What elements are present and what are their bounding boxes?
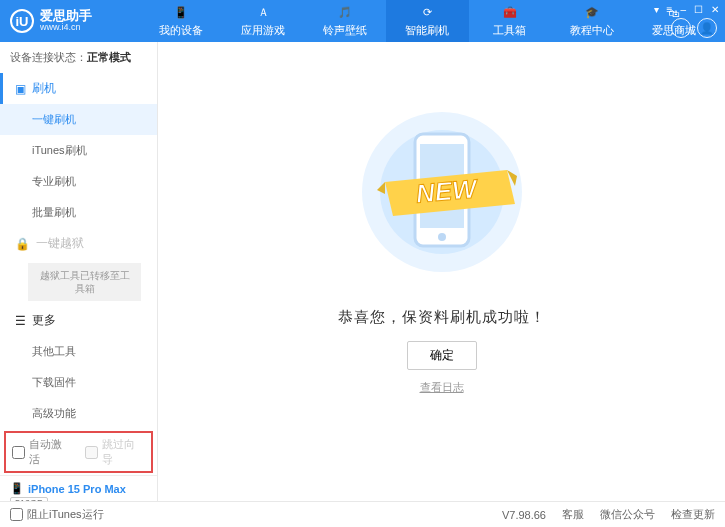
section-flash-label: 刷机 [32,80,56,97]
device-info: 📱 iPhone 15 Pro Max 512GB iPhone [0,475,157,501]
nav-label: 我的设备 [159,23,203,38]
nav-label: 应用游戏 [241,23,285,38]
device-name: iPhone 15 Pro Max [28,483,126,495]
ok-button[interactable]: 确定 [407,341,477,370]
footer-link-support[interactable]: 客服 [562,507,584,522]
phone-icon: 📱 [10,482,24,495]
nav-label: 铃声壁纸 [323,23,367,38]
conn-label: 设备连接状态： [10,51,87,63]
nav-label: 工具箱 [493,23,526,38]
connection-status: 设备连接状态：正常模式 [0,42,157,73]
nav-device[interactable]: 📱我的设备 [140,0,222,42]
nav-tool[interactable]: 🧰工具箱 [469,0,551,42]
sidebar-item[interactable]: iTunes刷机 [0,135,157,166]
pin-icon[interactable]: ▾ [654,4,659,15]
user-controls: ↓ 👤 [671,18,717,38]
device-name-row: 📱 iPhone 15 Pro Max [10,482,147,495]
view-log-link[interactable]: 查看日志 [420,380,464,395]
nav-ring[interactable]: 🎵铃声壁纸 [304,0,386,42]
tool-icon: 🧰 [502,5,518,21]
sidebar-item[interactable]: 一键刷机 [0,104,157,135]
sidebar-item[interactable]: 批量刷机 [0,197,157,228]
footer-link-wechat[interactable]: 微信公众号 [600,507,655,522]
sidebar-item[interactable]: 高级功能 [0,398,157,429]
sidebar-item[interactable]: 下载固件 [0,367,157,398]
skip-guide-label: 跳过向导 [102,437,146,467]
svg-point-4 [438,233,446,241]
lock-icon: 🔒 [15,237,30,251]
success-message: 恭喜您，保资料刷机成功啦！ [338,308,546,327]
section-jailbreak: 🔒 一键越狱 [0,228,157,259]
block-itunes-checkbox[interactable]: 阻止iTunes运行 [10,507,104,522]
user-icon[interactable]: 👤 [697,18,717,38]
minimize-icon[interactable]: – [680,4,686,15]
header-bar: iU 爱思助手 www.i4.cn 📱我的设备Ａ应用游戏🎵铃声壁纸⟳智能刷机🧰工… [0,0,725,42]
close-icon[interactable]: ✕ [711,4,719,15]
success-illustration: NEW [357,92,527,292]
version-label: V7.98.66 [502,509,546,521]
main-content: NEW 恭喜您，保资料刷机成功啦！ 确定 查看日志 [158,42,725,501]
footer-link-update[interactable]: 检查更新 [671,507,715,522]
maximize-icon[interactable]: ☐ [694,4,703,15]
sidebar: 设备连接状态：正常模式 ▣ 刷机 一键刷机iTunes刷机专业刷机批量刷机 🔒 … [0,42,158,501]
app-name: 爱思助手 [40,9,92,23]
sidebar-item[interactable]: 其他工具 [0,336,157,367]
app-url: www.i4.cn [40,23,92,33]
flash-icon: ⟳ [419,5,435,21]
option-checks: 自动激活 跳过向导 [4,431,153,473]
nav-label: 教程中心 [570,23,614,38]
jailbreak-note: 越狱工具已转移至工具箱 [28,263,141,301]
menu-icon[interactable]: ≡ [667,4,673,15]
download-icon[interactable]: ↓ [671,18,691,38]
app-icon: Ａ [255,5,271,21]
section-more-label: 更多 [32,312,56,329]
skip-guide-checkbox[interactable]: 跳过向导 [85,437,146,467]
ring-icon: 🎵 [337,5,353,21]
device-icon: 📱 [173,5,189,21]
nav-flash[interactable]: ⟳智能刷机 [386,0,468,42]
nav-app[interactable]: Ａ应用游戏 [222,0,304,42]
section-jailbreak-label: 一键越狱 [36,235,84,252]
sidebar-item[interactable]: 专业刷机 [0,166,157,197]
section-flash[interactable]: ▣ 刷机 [0,73,157,104]
block-itunes-label: 阻止iTunes运行 [27,507,104,522]
conn-value: 正常模式 [87,51,131,63]
window-controls: ▾ ≡ – ☐ ✕ [654,4,719,15]
logo-icon: iU [10,9,34,33]
nav-edu[interactable]: 🎓教程中心 [551,0,633,42]
auto-activate-label: 自动激活 [29,437,73,467]
flash-icon: ▣ [15,82,26,96]
edu-icon: 🎓 [584,5,600,21]
app-logo: iU 爱思助手 www.i4.cn [10,9,140,33]
top-nav: 📱我的设备Ａ应用游戏🎵铃声壁纸⟳智能刷机🧰工具箱🎓教程中心🛍爱思商城 [140,0,715,42]
auto-activate-checkbox[interactable]: 自动激活 [12,437,73,467]
nav-label: 智能刷机 [405,23,449,38]
section-more[interactable]: ☰ 更多 [0,305,157,336]
footer-bar: 阻止iTunes运行 V7.98.66 客服 微信公众号 检查更新 [0,501,725,527]
banner-text: NEW [414,173,479,208]
more-icon: ☰ [15,314,26,328]
